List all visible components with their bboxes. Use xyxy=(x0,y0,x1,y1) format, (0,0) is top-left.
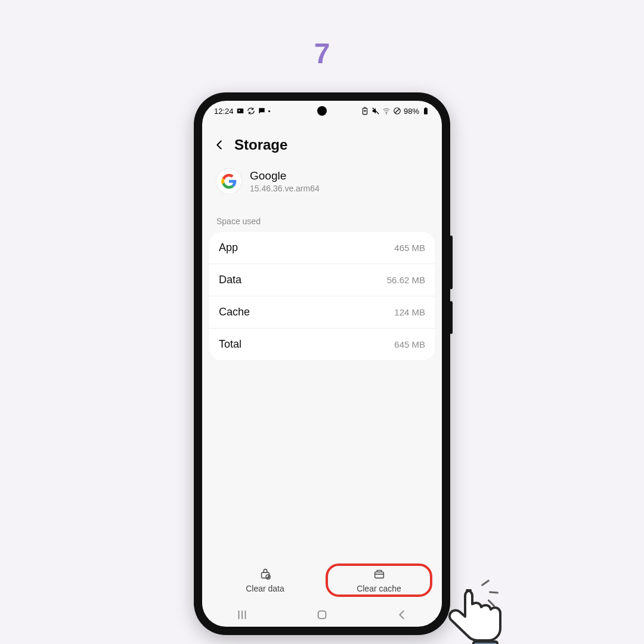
power-button xyxy=(450,301,453,334)
app-name: Google xyxy=(250,169,320,182)
space-used-list: App 465 MB Data 56.62 MB Cache 124 MB To… xyxy=(209,232,435,360)
battery-saver-icon xyxy=(361,107,369,115)
nav-back-button[interactable] xyxy=(394,606,410,623)
row-label: App xyxy=(219,242,238,254)
svg-line-6 xyxy=(395,109,399,113)
google-app-icon xyxy=(216,169,242,194)
row-data: Data 56.62 MB xyxy=(209,264,435,296)
gallery-icon xyxy=(236,107,244,115)
mute-icon xyxy=(371,107,380,115)
svg-rect-12 xyxy=(374,572,383,578)
clear-data-icon xyxy=(259,567,272,580)
pointer-hand-icon xyxy=(438,580,509,644)
front-camera xyxy=(317,106,327,116)
sync-icon xyxy=(247,107,255,115)
wifi-icon xyxy=(382,107,391,115)
page-header: Storage xyxy=(202,121,442,166)
battery-percent: 98% xyxy=(404,107,419,116)
bottom-actions: Clear data Clear cache xyxy=(202,555,442,603)
svg-point-4 xyxy=(386,113,386,114)
status-time: 12:24 xyxy=(214,107,234,116)
clear-cache-label: Clear cache xyxy=(357,584,401,593)
back-icon[interactable] xyxy=(213,138,226,151)
row-value: 56.62 MB xyxy=(387,275,425,285)
more-notifs-dot xyxy=(268,110,270,112)
svg-point-1 xyxy=(239,110,240,111)
svg-rect-0 xyxy=(237,109,243,113)
data-off-icon xyxy=(393,107,401,115)
clear-cache-icon xyxy=(373,567,386,580)
recents-button[interactable] xyxy=(234,606,250,623)
home-button[interactable] xyxy=(314,606,330,623)
clear-data-button[interactable]: Clear data xyxy=(208,561,322,599)
clear-cache-button[interactable]: Clear cache xyxy=(322,561,436,599)
svg-rect-7 xyxy=(424,108,428,114)
row-value: 124 MB xyxy=(394,307,425,317)
battery-icon xyxy=(422,107,430,115)
row-cache: Cache 124 MB xyxy=(209,296,435,329)
row-label: Cache xyxy=(219,306,250,318)
row-total: Total 645 MB xyxy=(209,329,435,360)
android-navbar xyxy=(202,603,442,627)
row-label: Data xyxy=(219,274,242,286)
volume-rocker xyxy=(450,236,453,289)
section-label-space-used: Space used xyxy=(202,210,442,232)
clear-data-label: Clear data xyxy=(246,584,284,593)
phone-frame: 12:24 98% Storage xyxy=(194,92,450,635)
row-label: Total xyxy=(219,338,242,351)
svg-rect-16 xyxy=(318,611,326,619)
svg-rect-17 xyxy=(473,642,497,644)
svg-rect-8 xyxy=(425,107,426,108)
status-right: 98% xyxy=(361,107,430,116)
app-version: 15.46.36.ve.arm64 xyxy=(250,184,320,193)
row-value: 645 MB xyxy=(394,339,425,349)
page-title: Storage xyxy=(234,137,287,153)
status-left: 12:24 xyxy=(214,107,270,116)
row-value: 465 MB xyxy=(394,243,425,253)
step-number: 7 xyxy=(314,37,330,70)
row-app: App 465 MB xyxy=(209,232,435,264)
app-header: Google 15.46.36.ve.arm64 xyxy=(202,166,442,210)
phone-screen: 12:24 98% Storage xyxy=(202,101,442,627)
message-icon xyxy=(258,107,266,115)
